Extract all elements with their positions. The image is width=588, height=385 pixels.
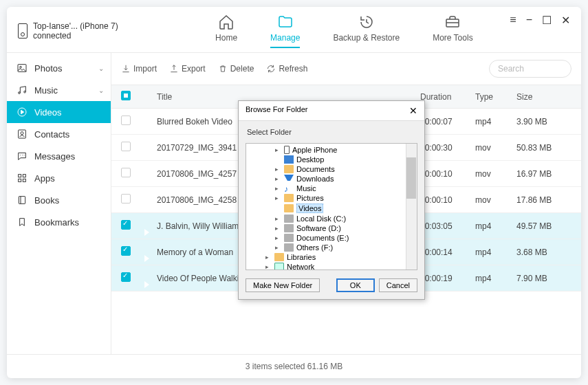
row-size: 16.97 MB — [516, 169, 571, 179]
tree-item[interactable]: ▸Libraries — [246, 252, 417, 262]
tree-item[interactable]: ▸♪Music — [246, 184, 417, 193]
tree-item[interactable]: ▸Apple iPhone — [246, 145, 417, 155]
expand-icon[interactable]: ▸ — [275, 225, 281, 232]
ok-button[interactable]: OK — [336, 278, 375, 292]
import-icon — [121, 64, 131, 74]
sidebar-messages[interactable]: Messages — [7, 145, 111, 167]
top-nav: Home Manage Backup & Restore More Tools — [215, 14, 473, 48]
tree-item[interactable]: ▸Documents — [246, 164, 417, 174]
tree-label: Libraries — [287, 253, 316, 261]
home-icon — [218, 14, 235, 30]
sidebar-bookmarks[interactable]: Bookmarks — [7, 211, 111, 233]
sidebar: Photos⌄ Music⌄ Videos Contacts Messages … — [7, 53, 111, 354]
row-size: 7.90 MB — [516, 274, 571, 283]
row-duration: 00:03:05 — [420, 221, 475, 231]
nav-home[interactable]: Home — [215, 14, 237, 48]
row-checkbox[interactable] — [121, 194, 131, 204]
import-button[interactable]: Import — [121, 64, 157, 74]
dialog-close-button[interactable]: ✕ — [409, 105, 417, 116]
tree-scrollbar[interactable] — [406, 144, 417, 270]
phone-icon — [18, 23, 28, 38]
tree-item[interactable]: Desktop — [246, 155, 417, 164]
row-size: 3.90 MB — [516, 117, 571, 126]
chevron-down-icon: ⌄ — [98, 65, 104, 72]
dl-icon — [284, 175, 294, 183]
device-info: Top-Ianse'... (iPhone 7) connected — [18, 21, 118, 41]
folder-tree[interactable]: ▸Apple iPhoneDesktop▸Documents▸Downloads… — [246, 143, 417, 270]
tree-item[interactable]: ▸Pictures — [246, 193, 417, 203]
sidebar-books[interactable]: Books — [7, 189, 111, 211]
drive-icon — [284, 234, 294, 242]
expand-icon[interactable]: ▸ — [275, 195, 281, 201]
expand-icon[interactable]: ▸ — [275, 175, 281, 182]
svg-point-3 — [19, 92, 21, 94]
export-button[interactable]: Export — [169, 64, 206, 74]
dialog-titlebar: Browse For Folder ✕ — [239, 101, 424, 121]
expand-icon[interactable]: ▸ — [275, 185, 281, 192]
videos-icon — [17, 107, 28, 118]
status-bar: 3 items selected 61.16 MB — [7, 354, 581, 378]
sidebar-apps[interactable]: Apps — [7, 167, 111, 189]
sidebar-contacts[interactable]: Contacts — [7, 123, 111, 145]
expand-icon[interactable]: ▸ — [275, 234, 281, 241]
row-checkbox[interactable] — [121, 168, 131, 177]
expand-icon[interactable]: ▸ — [275, 146, 281, 153]
tree-item[interactable]: ▸Software (D:) — [246, 223, 417, 233]
photos-icon — [17, 63, 28, 74]
folder-icon — [274, 253, 284, 261]
tree-item[interactable]: ▸Network — [246, 262, 417, 270]
menu-icon[interactable]: ≡ — [510, 14, 516, 27]
close-button[interactable]: ✕ — [561, 14, 570, 27]
nav-tools[interactable]: More Tools — [433, 14, 472, 48]
svg-rect-12 — [19, 197, 25, 204]
tree-label: Documents — [296, 165, 335, 173]
delete-button[interactable]: Delete — [218, 64, 254, 74]
make-new-folder-button[interactable]: Make New Folder — [246, 278, 320, 292]
nav-backup[interactable]: Backup & Restore — [333, 14, 400, 48]
row-type: mov — [475, 143, 516, 153]
expand-icon[interactable]: ▸ — [265, 254, 272, 261]
cancel-button[interactable]: Cancel — [379, 278, 417, 292]
toolbox-icon — [444, 14, 461, 30]
window-controls: ≡ − ☐ ✕ — [510, 14, 570, 27]
tree-item[interactable]: ▸Local Disk (C:) — [246, 214, 417, 223]
expand-icon[interactable]: ▸ — [265, 263, 272, 270]
sidebar-photos[interactable]: Photos⌄ — [7, 57, 111, 79]
row-duration: 00:00:14 — [420, 248, 475, 257]
svg-rect-6 — [19, 130, 26, 138]
tree-item[interactable]: ▸Documents (E:) — [246, 233, 417, 243]
tree-label: Desktop — [296, 155, 324, 164]
expand-icon[interactable]: ▸ — [275, 244, 281, 251]
maximize-button[interactable]: ☐ — [542, 14, 552, 27]
dialog-subtitle: Select Folder — [239, 121, 424, 140]
col-size[interactable]: Size — [516, 92, 571, 102]
col-type[interactable]: Type — [475, 92, 516, 102]
refresh-icon — [266, 64, 276, 74]
sidebar-videos[interactable]: Videos — [7, 101, 111, 123]
minimize-button[interactable]: − — [526, 14, 532, 27]
sidebar-music[interactable]: Music⌄ — [7, 79, 111, 101]
row-checkbox[interactable] — [121, 272, 131, 282]
row-checkbox[interactable] — [121, 220, 131, 230]
dialog-title: Browse For Folder — [246, 105, 307, 116]
tree-item[interactable]: Videos — [246, 203, 417, 214]
tree-item[interactable]: ▸Others (F:) — [246, 243, 417, 252]
row-type: mp4 — [475, 274, 516, 283]
nav-manage[interactable]: Manage — [270, 14, 300, 48]
row-checkbox[interactable] — [121, 116, 131, 125]
row-checkbox[interactable] — [121, 142, 131, 151]
svg-rect-9 — [23, 175, 25, 177]
expand-icon[interactable]: ▸ — [275, 215, 281, 222]
select-all-checkbox[interactable] — [121, 91, 131, 100]
tree-scroll-thumb[interactable] — [406, 157, 416, 199]
folder-icon — [284, 194, 294, 202]
expand-icon[interactable]: ▸ — [275, 166, 281, 173]
row-duration: 00:00:07 — [420, 117, 475, 126]
row-checkbox[interactable] — [121, 246, 131, 256]
tree-item[interactable]: ▸Downloads — [246, 174, 417, 184]
refresh-button[interactable]: Refresh — [266, 64, 307, 74]
tree-label: Apple iPhone — [292, 146, 337, 154]
tree-label: Network — [287, 263, 314, 270]
col-duration[interactable]: Duration — [420, 92, 475, 102]
search-input[interactable]: Search — [489, 60, 571, 78]
